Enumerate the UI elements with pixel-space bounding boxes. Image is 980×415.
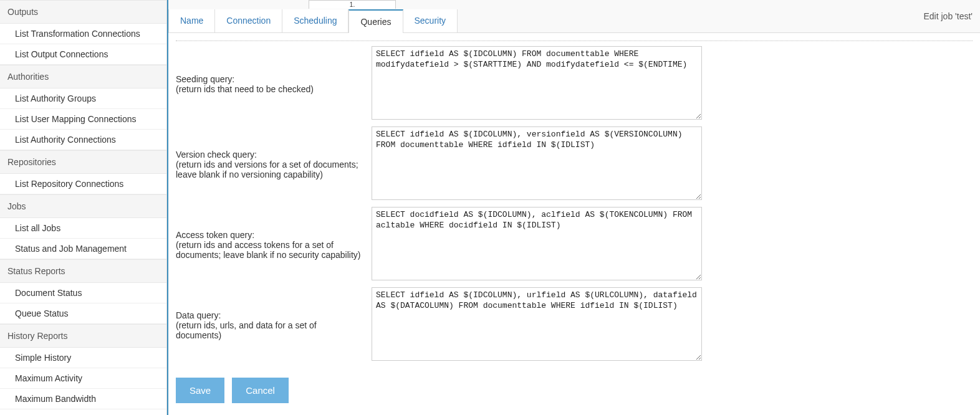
nav-item-simple-history[interactable]: Simple History [0,348,166,368]
tab-connection[interactable]: Connection [215,9,282,32]
nav-item-authority-groups[interactable]: List Authority Groups [0,88,166,109]
nav-item-document-status[interactable]: Document Status [0,283,166,303]
tab-queries[interactable]: Queries [348,9,403,33]
seeding-query-title: Seeding query: [176,74,364,84]
topbar: 1. Name Connection Scheduling Queries Se… [168,0,980,33]
tab-security[interactable]: Security [403,9,458,32]
access-query-title: Access token query: [176,230,364,240]
tab-name[interactable]: Name [168,9,215,32]
data-query-title: Data query: [176,310,364,320]
access-query-row: Access token query: (return ids and acce… [176,207,973,282]
data-query-input[interactable] [372,287,702,361]
version-query-label: Version check query: (return ids and ver… [176,126,372,202]
tabs: Name Connection Scheduling Queries Secur… [168,9,458,32]
tab-scheduling[interactable]: Scheduling [282,9,348,32]
nav-header-jobs: Jobs [0,194,166,218]
content-area: Seeding query: (return ids that need to … [168,33,980,415]
version-query-sub: (return ids and versions for a set of do… [176,160,364,179]
nav-item-maximum-bandwidth[interactable]: Maximum Bandwidth [0,389,166,409]
nav-item-result-histogram[interactable]: Result Histogram [0,409,166,415]
version-query-row: Version check query: (return ids and ver… [176,126,973,202]
nav-item-repository-connections[interactable]: List Repository Connections [0,174,166,194]
nav-item-user-mapping-connections[interactable]: List User Mapping Connections [0,109,166,130]
access-query-input[interactable] [372,207,702,280]
save-button[interactable]: Save [176,378,224,403]
edit-job-label: Edit job 'test' [924,11,973,21]
nav-item-status-job-management[interactable]: Status and Job Management [0,239,166,259]
nav-header-authorities: Authorities [0,65,166,88]
data-query-sub: (return ids, urls, and data for a set of… [176,320,364,340]
nav-header-repositories: Repositories [0,150,166,174]
seeding-query-sub: (return ids that need to be checked) [176,84,364,94]
main-panel: 1. Name Connection Scheduling Queries Se… [167,0,980,415]
nav-item-output-connections[interactable]: List Output Connections [0,44,166,65]
data-query-label: Data query: (return ids, urls, and data … [176,287,372,363]
version-query-input[interactable] [372,126,702,200]
nav-item-list-all-jobs[interactable]: List all Jobs [0,218,166,239]
seeding-query-input[interactable] [372,46,702,120]
version-query-title: Version check query: [176,150,364,160]
nav-header-outputs: Outputs [0,0,166,24]
button-row: Save Cancel [176,378,973,403]
nav-item-maximum-activity[interactable]: Maximum Activity [0,368,166,389]
access-query-label: Access token query: (return ids and acce… [176,207,372,282]
nav-header-status-reports: Status Reports [0,259,166,283]
data-query-row: Data query: (return ids, urls, and data … [176,287,973,363]
nav-item-queue-status[interactable]: Queue Status [0,303,166,324]
nav-header-history-reports: History Reports [0,324,166,348]
query-form: Seeding query: (return ids that need to … [176,41,973,363]
nav-item-authority-connections[interactable]: List Authority Connections [0,130,166,150]
seeding-query-row: Seeding query: (return ids that need to … [176,46,973,122]
tab-step-indicator: 1. [309,0,396,9]
sidebar-nav: Outputs List Transformation Connections … [0,0,167,415]
cancel-button[interactable]: Cancel [232,378,289,403]
nav-item-transformation-connections[interactable]: List Transformation Connections [0,24,166,44]
access-query-sub: (return ids and access tokens for a set … [176,240,364,260]
seeding-query-label: Seeding query: (return ids that need to … [176,46,372,122]
